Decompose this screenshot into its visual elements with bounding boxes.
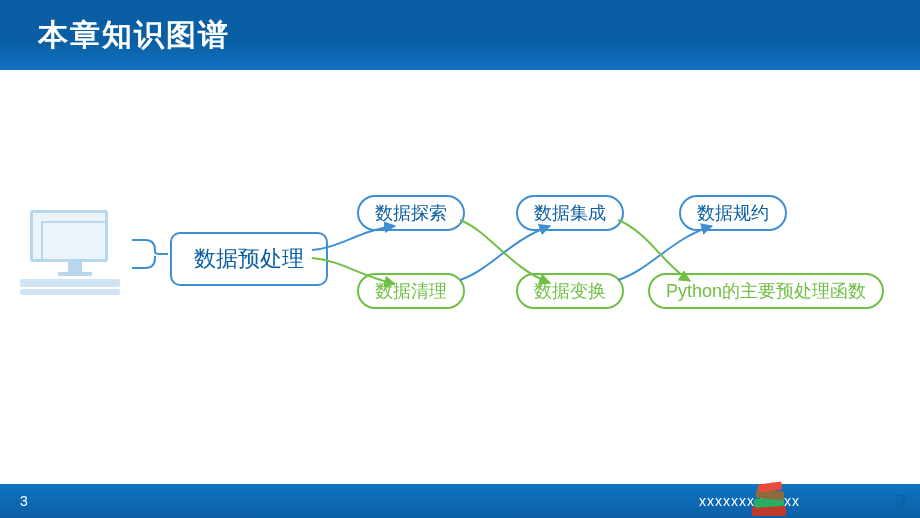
node-top-2: 数据规约: [679, 195, 787, 231]
node-bottom-2: Python的主要预处理函数: [648, 273, 884, 309]
computer-icon: [30, 210, 120, 295]
slide-title: 本章知识图谱: [38, 15, 230, 56]
slide-header: 本章知识图谱: [0, 0, 920, 70]
footer-page-left: 3: [20, 493, 28, 509]
root-node: 数据预处理: [170, 232, 328, 286]
footer-page-right: 3: [895, 489, 906, 515]
books-icon: [748, 478, 790, 516]
node-top-1: 数据集成: [516, 195, 624, 231]
node-bottom-0: 数据清理: [357, 273, 465, 309]
diagram-canvas: 数据预处理 数据探索 数据集成 数据规约 数据清理 数据变换 Python的主要…: [0, 70, 920, 480]
node-top-0: 数据探索: [357, 195, 465, 231]
node-bottom-1: 数据变换: [516, 273, 624, 309]
